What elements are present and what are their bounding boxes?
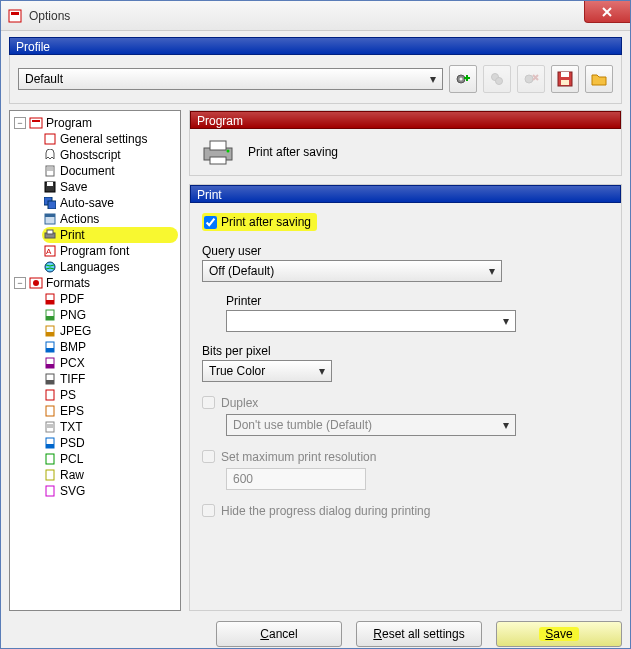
duplex-checkbox	[202, 396, 215, 409]
svg-rect-9	[561, 80, 569, 85]
gear-plus-icon	[455, 71, 471, 87]
profile-section: Profile Default	[9, 37, 622, 104]
font-icon: A	[42, 244, 58, 258]
duplex-row: Duplex	[202, 396, 609, 410]
duplex-label: Duplex	[221, 396, 258, 410]
print-after-saving-checkbox[interactable]	[204, 216, 217, 229]
print-after-saving-check[interactable]: Print after saving	[202, 213, 317, 231]
profile-select[interactable]: Default	[18, 68, 443, 90]
save-profile-button[interactable]	[551, 65, 579, 93]
svg-rect-10	[30, 118, 42, 128]
tree-item-ghostscript[interactable]: Ghostscript	[42, 147, 178, 163]
tree-item-ps[interactable]: PS	[42, 387, 178, 403]
svg-rect-34	[46, 332, 54, 336]
collapse-icon[interactable]: −	[14, 117, 26, 129]
tree-item-pdf[interactable]: PDF	[42, 291, 178, 307]
tree-item-jpeg[interactable]: JPEG	[42, 323, 178, 339]
bmp-icon	[42, 340, 58, 354]
program-section: Program Print after saving	[189, 110, 622, 176]
query-user-value: Off (Default)	[209, 264, 274, 278]
tree-item-save[interactable]: Save	[42, 179, 178, 195]
close-button[interactable]	[584, 1, 630, 23]
tree-item-document[interactable]: Document	[42, 163, 178, 179]
svg-rect-50	[46, 486, 54, 496]
query-user-select[interactable]: Off (Default)	[202, 260, 502, 282]
nav-tree[interactable]: − Program General settings Ghostscript D…	[9, 110, 181, 611]
tree-item-general-settings[interactable]: General settings	[42, 131, 178, 147]
svg-icon	[42, 484, 58, 498]
bits-select[interactable]: True Color	[202, 360, 332, 382]
query-user-label: Query user	[202, 244, 609, 258]
tree-item-program-font[interactable]: AProgram font	[42, 243, 178, 259]
tree-item-png[interactable]: PNG	[42, 307, 178, 323]
hide-progress-row: Hide the progress dialog during printing	[202, 504, 609, 518]
doc-icon	[42, 132, 58, 146]
folder-icon	[591, 71, 607, 87]
tree-item-auto-save[interactable]: Auto-save	[42, 195, 178, 211]
ps-icon	[42, 388, 58, 402]
svg-point-6	[525, 75, 533, 83]
tree-program[interactable]: − Program	[14, 115, 178, 131]
svg-rect-30	[46, 300, 54, 304]
window-icon	[42, 212, 58, 226]
svg-rect-38	[46, 364, 54, 368]
open-profile-button[interactable]	[585, 65, 613, 93]
printer-icon	[202, 139, 234, 165]
svg-point-28	[33, 280, 39, 286]
svg-rect-12	[45, 134, 55, 144]
svg-point-54	[227, 150, 230, 153]
tree-item-txt[interactable]: TXT	[42, 419, 178, 435]
svg-rect-0	[9, 10, 21, 22]
tree-item-pcx[interactable]: PCX	[42, 355, 178, 371]
tree-item-actions[interactable]: Actions	[42, 211, 178, 227]
tree-item-bmp[interactable]: BMP	[42, 339, 178, 355]
png-icon	[42, 308, 58, 322]
tree-item-raw[interactable]: Raw	[42, 467, 178, 483]
printer-label: Printer	[226, 294, 609, 308]
formats-icon	[28, 276, 44, 290]
printer-select[interactable]	[226, 310, 516, 332]
tiff-icon	[42, 372, 58, 386]
jpeg-icon	[42, 324, 58, 338]
profile-header: Profile	[9, 37, 622, 55]
reset-button[interactable]: Reset all settings	[356, 621, 482, 647]
hide-progress-checkbox	[202, 504, 215, 517]
globe-icon	[42, 260, 58, 274]
page-icon	[42, 164, 58, 178]
gear-x-icon	[523, 71, 539, 87]
tree-item-psd[interactable]: PSD	[42, 435, 178, 451]
svg-rect-48	[46, 454, 54, 464]
duplex-select: Don't use tumble (Default)	[226, 414, 516, 436]
dialog-buttons: Cancel Reset all settings Save	[9, 611, 622, 647]
bits-value: True Color	[209, 364, 265, 378]
tree-item-svg[interactable]: SVG	[42, 483, 178, 499]
svg-rect-47	[46, 444, 54, 448]
tree-item-tiff[interactable]: TIFF	[42, 371, 178, 387]
add-profile-button[interactable]	[449, 65, 477, 93]
print-after-saving-label: Print after saving	[221, 215, 311, 229]
tree-formats[interactable]: − Formats	[14, 275, 178, 291]
tree-item-pcl[interactable]: PCL	[42, 451, 178, 467]
svg-rect-19	[48, 201, 56, 209]
maxres-label: Set maximum print resolution	[221, 450, 376, 464]
cancel-button[interactable]: Cancel	[216, 621, 342, 647]
txt-icon	[42, 420, 58, 434]
tree-item-languages[interactable]: Languages	[42, 259, 178, 275]
program-icon	[28, 116, 44, 130]
collapse-icon[interactable]: −	[14, 277, 26, 289]
close-icon	[602, 7, 614, 17]
svg-rect-32	[46, 316, 54, 320]
print-section: Print Print after saving Query user Off …	[189, 184, 622, 611]
maxres-checkbox	[202, 450, 215, 463]
floppies-icon	[42, 196, 58, 210]
hide-progress-label: Hide the progress dialog during printing	[221, 504, 430, 518]
maxres-field: 600	[226, 468, 366, 490]
svg-rect-8	[561, 72, 569, 77]
pcx-icon	[42, 356, 58, 370]
save-button[interactable]: Save	[496, 621, 622, 647]
svg-rect-42	[46, 406, 54, 416]
svg-rect-17	[47, 182, 53, 186]
tree-item-eps[interactable]: EPS	[42, 403, 178, 419]
svg-rect-53	[210, 157, 226, 164]
tree-item-print[interactable]: Print	[42, 227, 178, 243]
